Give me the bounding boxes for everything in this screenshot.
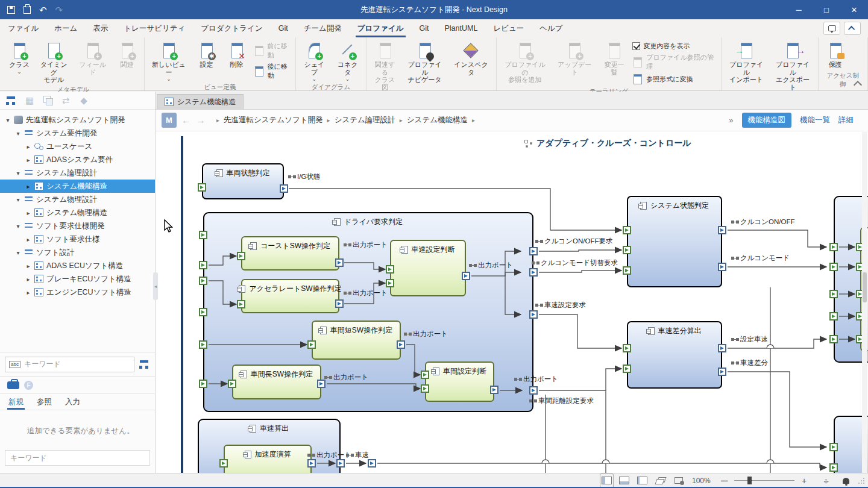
breadcrumb-item[interactable]: 先進運転システムソフト開発 <box>224 115 323 125</box>
input-port-gap-long-sw-judge[interactable] <box>228 380 236 388</box>
input-port-driver-request-judge[interactable] <box>199 261 207 269</box>
sidebar-item-システム物理構造[interactable]: ▸システム物理構造 <box>0 206 155 219</box>
breadcrumb-item[interactable]: システム機能構造 <box>407 115 468 125</box>
port-label-出力ポート[interactable]: 出力ポート <box>514 375 558 384</box>
diagram-node-車間長SW操作判定[interactable]: 車間長SW操作判定 <box>232 364 321 399</box>
sidebar-item-エンジンECUソフト構造[interactable]: ▸エンジンECUソフト構造 <box>0 286 155 299</box>
output-port-accel-calc[interactable] <box>307 459 316 468</box>
output-port-driver-request-judge[interactable] <box>529 386 538 395</box>
port-label-出力ポート[interactable]: 出力ポート <box>469 261 513 270</box>
trace-links-icon[interactable]: ⇄ <box>60 96 71 105</box>
diagram-node-車間短SW操作判定[interactable]: 車間短SW操作判定 <box>312 321 401 360</box>
diagram-node-車速設定判断[interactable]: 車速設定判断 <box>390 240 466 296</box>
zoom-out-button[interactable]: ─ <box>721 474 728 487</box>
panel-tab-入力[interactable]: 入力 <box>65 394 80 410</box>
input-port-speed-diff-calc[interactable] <box>623 344 631 352</box>
zoom-slider-thumb[interactable] <box>747 477 752 484</box>
sidebar-item-システム論理設計[interactable]: ▾システム論理設計 <box>0 166 155 180</box>
sidebar-splitter[interactable]: ◂ <box>153 272 158 300</box>
ribbon-button-プロファイルインポート[interactable]: プロファイル インポート <box>724 39 769 85</box>
ribbon-tab-プロダクトライン[interactable]: プロダクトライン <box>193 19 270 37</box>
ribbon-tab-Git[interactable]: Git <box>412 19 437 37</box>
save-icon[interactable] <box>7 6 15 14</box>
breadcrumb-item[interactable]: システム論理設計 <box>335 115 395 125</box>
expander-icon[interactable]: ▸ <box>25 143 31 150</box>
input-port-gap-short-sw-judge[interactable] <box>307 340 316 349</box>
output-port-speed-diff-calc[interactable] <box>718 368 726 376</box>
expander-icon[interactable]: ▾ <box>15 196 21 203</box>
sidebar-item-システム要件開発[interactable]: ▾システム要件開発 <box>0 127 155 140</box>
input-port-system-state-judge[interactable] <box>623 266 631 275</box>
output-port-accelerate-sw-judge[interactable] <box>335 299 344 308</box>
output-port-speed-diff-calc[interactable] <box>718 344 726 352</box>
diagram-node-車両状態判定[interactable]: 車両状態判定 <box>202 163 284 199</box>
input-port-vehicle-state-judge[interactable] <box>198 183 206 192</box>
view-settings-button[interactable] <box>675 474 683 487</box>
field-badge-icon[interactable]: F <box>24 381 33 390</box>
ribbon-button-コネクタ[interactable]: コネクタ⌄ <box>332 39 363 83</box>
input-port-right-container-bottom[interactable] <box>829 463 838 472</box>
input-port-speed-set-decision[interactable] <box>386 265 394 274</box>
output-port-speed-calc[interactable] <box>336 459 345 468</box>
copy-view-icon[interactable] <box>42 96 53 105</box>
ribbon-option-変更内容を表示[interactable]: 変更内容を表示 <box>632 42 717 51</box>
output-port-free[interactable] <box>368 459 376 468</box>
sidebar-item-ソフト要求仕様[interactable]: ▸ソフト要求仕様 <box>0 233 155 246</box>
sidebar-item-システム機能構造[interactable]: ▸システム機能構造 <box>0 180 155 193</box>
sidebar-item-システム物理設計[interactable]: ▾システム物理設計 <box>0 193 155 206</box>
maximize-button[interactable]: □ <box>813 0 840 19</box>
ribbon-button-プロファイルナビゲータ[interactable]: プロファイル ナビゲータ <box>402 39 447 85</box>
pan-button[interactable] <box>822 474 831 487</box>
output-port-driver-request-judge[interactable] <box>529 247 538 255</box>
checkbox-icon[interactable] <box>632 42 640 50</box>
input-port-driver-request-judge[interactable] <box>199 277 207 285</box>
port-label-設定車速[interactable]: 設定車速 <box>731 335 768 344</box>
input-port-coast-sw-judge[interactable] <box>237 252 245 260</box>
redo-icon[interactable]: ↷ <box>55 5 63 14</box>
paste-icon[interactable] <box>24 6 31 14</box>
diagram-node-車間設定判断[interactable]: 車間設定判断 <box>425 361 494 402</box>
zoom-level[interactable]: 100% <box>692 474 711 487</box>
ribbon-tab-表示[interactable]: 表示 <box>85 19 116 37</box>
input-port-gap-set-decision[interactable] <box>421 371 429 379</box>
port-label-車間距離設定要求[interactable]: 車間距離設定要求 <box>529 396 594 405</box>
document-tab[interactable]: システム機能構造 <box>157 94 244 109</box>
sidebar-item-ブレーキECUソフト構造[interactable]: ▸ブレーキECUソフト構造 <box>0 272 155 286</box>
ribbon-tab-トレーサビリティ[interactable]: トレーサビリティ <box>116 19 193 37</box>
minimize-button[interactable]: ─ <box>785 0 813 19</box>
filter-tree-icon[interactable] <box>139 360 150 369</box>
ribbon-option-後に移動[interactable]: 後に移動 <box>254 62 292 80</box>
ribbon-tab-チーム開発[interactable]: チーム開発 <box>296 19 350 37</box>
ribbon-button-保護[interactable]: 保護 <box>821 39 850 70</box>
sidebar-item-ユースケース[interactable]: ▸ユースケース <box>0 140 155 153</box>
diagram-title[interactable]: アダプティブ・クルーズ・コントロール <box>524 138 691 149</box>
feedback-button[interactable] <box>823 22 840 35</box>
port-label-出力ポート[interactable]: 出力ポート <box>344 240 388 249</box>
input-port-gap-set-decision[interactable] <box>421 384 429 393</box>
sidebar-item-先進運転システムソフト開発[interactable]: ▾先進運転システムソフト開発 <box>0 113 155 127</box>
ribbon-tab-ホーム[interactable]: ホーム <box>46 19 85 37</box>
product-line-icon[interactable]: ▦ <box>24 96 35 105</box>
panel-tab-新規[interactable]: 新規 <box>8 394 24 410</box>
input-port-driver-request-judge[interactable] <box>199 340 207 349</box>
view-button-機能構造図[interactable]: 機能構造図 <box>742 113 792 128</box>
layout-split-panel-button[interactable] <box>637 474 647 487</box>
diagram-node-アクセラレートSW操作判定[interactable]: アクセラレートSW操作判定 <box>241 279 339 313</box>
panel-tab-参照[interactable]: 参照 <box>37 394 52 410</box>
model-badge[interactable]: M <box>162 113 177 128</box>
diagram-node-システム状態判定[interactable]: システム状態判定 <box>627 196 722 287</box>
expander-icon[interactable]: ▸ <box>25 289 31 296</box>
input-port-driver-request-judge[interactable] <box>199 308 207 316</box>
port-label-出力ポート[interactable]: 出力ポート <box>344 289 388 298</box>
expander-icon[interactable]: ▸ <box>25 157 31 163</box>
zoom-slider[interactable] <box>734 474 794 487</box>
ribbon-tab-ファイル[interactable]: ファイル <box>0 19 46 37</box>
ribbon-button-設定[interactable]: 設定 <box>192 39 221 70</box>
sidebar-item-ADASシステム要件[interactable]: ▸ADASシステム要件 <box>0 153 155 166</box>
scrollbar-thumb[interactable] <box>863 272 867 302</box>
expander-icon[interactable]: ▸ <box>25 276 31 283</box>
forward-icon[interactable]: → <box>196 115 206 126</box>
input-port-right-container-bottom[interactable] <box>829 443 838 451</box>
sidebar-item-ソフト設計[interactable]: ▾ソフト設計 <box>0 246 155 259</box>
port-label-クルコンモード[interactable]: クルコンモード <box>731 254 790 263</box>
